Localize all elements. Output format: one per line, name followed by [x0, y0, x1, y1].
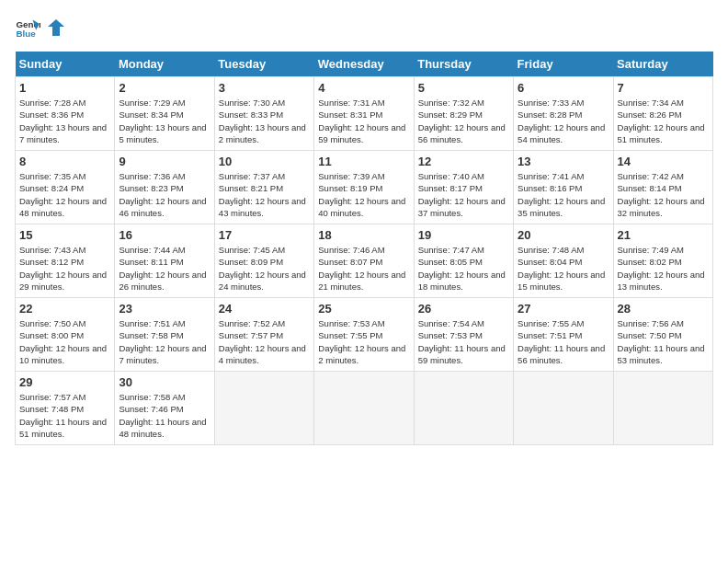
day-cell-6: 6Sunrise: 7:33 AM Sunset: 8:28 PM Daylig…: [514, 77, 613, 151]
day-info: Sunrise: 7:58 AM Sunset: 7:46 PM Dayligh…: [119, 391, 210, 440]
days-header-row: SundayMondayTuesdayWednesdayThursdayFrid…: [16, 52, 713, 77]
day-number: 10: [219, 155, 310, 168]
day-number: 15: [19, 228, 110, 242]
day-header-thursday: Thursday: [414, 52, 513, 77]
day-cell-25: 25Sunrise: 7:53 AM Sunset: 7:55 PM Dayli…: [314, 298, 414, 372]
day-cell-28: 28Sunrise: 7:56 AM Sunset: 7:50 PM Dayli…: [613, 298, 712, 372]
day-number: 7: [618, 81, 709, 95]
day-cell-4: 4Sunrise: 7:31 AM Sunset: 8:31 PM Daylig…: [314, 77, 414, 151]
day-cell-17: 17Sunrise: 7:45 AM Sunset: 8:09 PM Dayli…: [214, 224, 313, 298]
empty-cell: [414, 372, 513, 445]
day-info: Sunrise: 7:55 AM Sunset: 7:51 PM Dayligh…: [518, 317, 609, 366]
day-cell-10: 10Sunrise: 7:37 AM Sunset: 8:21 PM Dayli…: [214, 151, 313, 224]
day-header-saturday: Saturday: [613, 52, 712, 77]
week-row-1: 1Sunrise: 7:28 AM Sunset: 8:36 PM Daylig…: [16, 77, 713, 151]
day-cell-19: 19Sunrise: 7:47 AM Sunset: 8:05 PM Dayli…: [414, 224, 513, 298]
day-cell-11: 11Sunrise: 7:39 AM Sunset: 8:19 PM Dayli…: [314, 151, 414, 224]
day-info: Sunrise: 7:49 AM Sunset: 8:02 PM Dayligh…: [618, 244, 709, 293]
empty-cell: [613, 372, 712, 445]
day-number: 1: [19, 81, 110, 95]
empty-cell: [214, 372, 313, 445]
day-cell-29: 29Sunrise: 7:57 AM Sunset: 7:48 PM Dayli…: [16, 372, 115, 445]
day-cell-24: 24Sunrise: 7:52 AM Sunset: 7:57 PM Dayli…: [214, 298, 313, 372]
day-info: Sunrise: 7:30 AM Sunset: 8:33 PM Dayligh…: [219, 97, 310, 145]
day-cell-9: 9Sunrise: 7:36 AM Sunset: 8:23 PM Daylig…: [115, 151, 214, 224]
day-info: Sunrise: 7:32 AM Sunset: 8:29 PM Dayligh…: [418, 97, 509, 145]
day-header-tuesday: Tuesday: [214, 52, 313, 77]
day-cell-20: 20Sunrise: 7:48 AM Sunset: 8:04 PM Dayli…: [514, 224, 613, 298]
day-info: Sunrise: 7:47 AM Sunset: 8:05 PM Dayligh…: [418, 244, 509, 293]
day-number: 28: [618, 302, 709, 316]
day-info: Sunrise: 7:29 AM Sunset: 8:34 PM Dayligh…: [119, 97, 210, 145]
header: General Blue: [15, 15, 713, 40]
day-header-sunday: Sunday: [16, 52, 115, 77]
day-info: Sunrise: 7:40 AM Sunset: 8:17 PM Dayligh…: [418, 170, 509, 219]
calendar-table: SundayMondayTuesdayWednesdayThursdayFrid…: [15, 52, 713, 445]
day-number: 21: [618, 228, 709, 242]
day-info: Sunrise: 7:35 AM Sunset: 8:24 PM Dayligh…: [19, 170, 110, 219]
day-header-friday: Friday: [514, 52, 613, 77]
day-info: Sunrise: 7:43 AM Sunset: 8:12 PM Dayligh…: [19, 244, 110, 293]
day-number: 27: [518, 302, 609, 316]
day-number: 17: [219, 228, 310, 242]
logo: General Blue: [15, 15, 68, 40]
day-number: 6: [518, 81, 609, 95]
day-info: Sunrise: 7:51 AM Sunset: 7:58 PM Dayligh…: [119, 317, 210, 366]
day-number: 14: [618, 155, 709, 168]
day-info: Sunrise: 7:56 AM Sunset: 7:50 PM Dayligh…: [618, 317, 709, 366]
day-cell-23: 23Sunrise: 7:51 AM Sunset: 7:58 PM Dayli…: [115, 298, 214, 372]
day-info: Sunrise: 7:48 AM Sunset: 8:04 PM Dayligh…: [518, 244, 609, 293]
day-header-wednesday: Wednesday: [314, 52, 414, 77]
week-row-2: 8Sunrise: 7:35 AM Sunset: 8:24 PM Daylig…: [16, 151, 713, 224]
empty-cell: [514, 372, 613, 445]
day-cell-21: 21Sunrise: 7:49 AM Sunset: 8:02 PM Dayli…: [613, 224, 712, 298]
day-number: 13: [518, 155, 609, 168]
day-cell-30: 30Sunrise: 7:58 AM Sunset: 7:46 PM Dayli…: [115, 372, 214, 445]
day-number: 26: [418, 302, 509, 316]
day-number: 16: [119, 228, 210, 242]
day-info: Sunrise: 7:39 AM Sunset: 8:19 PM Dayligh…: [318, 170, 409, 219]
day-cell-1: 1Sunrise: 7:28 AM Sunset: 8:36 PM Daylig…: [16, 77, 115, 151]
day-cell-3: 3Sunrise: 7:30 AM Sunset: 8:33 PM Daylig…: [214, 77, 313, 151]
day-info: Sunrise: 7:37 AM Sunset: 8:21 PM Dayligh…: [219, 170, 310, 219]
day-cell-18: 18Sunrise: 7:46 AM Sunset: 8:07 PM Dayli…: [314, 224, 414, 298]
week-row-3: 15Sunrise: 7:43 AM Sunset: 8:12 PM Dayli…: [16, 224, 713, 298]
logo-wordmark: [44, 17, 68, 38]
day-info: Sunrise: 7:57 AM Sunset: 7:48 PM Dayligh…: [19, 391, 110, 440]
day-number: 12: [418, 155, 509, 168]
day-number: 3: [219, 81, 310, 95]
day-cell-27: 27Sunrise: 7:55 AM Sunset: 7:51 PM Dayli…: [514, 298, 613, 372]
day-info: Sunrise: 7:52 AM Sunset: 7:57 PM Dayligh…: [219, 317, 310, 366]
day-info: Sunrise: 7:45 AM Sunset: 8:09 PM Dayligh…: [219, 244, 310, 293]
day-info: Sunrise: 7:50 AM Sunset: 8:00 PM Dayligh…: [19, 317, 110, 366]
day-number: 18: [318, 228, 409, 242]
day-info: Sunrise: 7:33 AM Sunset: 8:28 PM Dayligh…: [518, 97, 609, 145]
day-number: 5: [418, 81, 509, 95]
day-number: 8: [19, 155, 110, 168]
day-info: Sunrise: 7:34 AM Sunset: 8:26 PM Dayligh…: [618, 97, 709, 145]
day-header-monday: Monday: [115, 52, 214, 77]
day-info: Sunrise: 7:31 AM Sunset: 8:31 PM Dayligh…: [318, 97, 409, 145]
day-cell-2: 2Sunrise: 7:29 AM Sunset: 8:34 PM Daylig…: [115, 77, 214, 151]
svg-text:Blue: Blue: [16, 29, 36, 39]
day-number: 25: [318, 302, 409, 316]
day-cell-8: 8Sunrise: 7:35 AM Sunset: 8:24 PM Daylig…: [16, 151, 115, 224]
day-number: 2: [119, 81, 210, 95]
day-number: 23: [119, 302, 210, 316]
day-number: 22: [19, 302, 110, 316]
day-info: Sunrise: 7:36 AM Sunset: 8:23 PM Dayligh…: [119, 170, 210, 219]
week-row-5: 29Sunrise: 7:57 AM Sunset: 7:48 PM Dayli…: [16, 372, 713, 445]
day-cell-16: 16Sunrise: 7:44 AM Sunset: 8:11 PM Dayli…: [115, 224, 214, 298]
day-number: 20: [518, 228, 609, 242]
day-number: 4: [318, 81, 409, 95]
empty-cell: [314, 372, 414, 445]
week-row-4: 22Sunrise: 7:50 AM Sunset: 8:00 PM Dayli…: [16, 298, 713, 372]
day-cell-7: 7Sunrise: 7:34 AM Sunset: 8:26 PM Daylig…: [613, 77, 712, 151]
day-info: Sunrise: 7:28 AM Sunset: 8:36 PM Dayligh…: [19, 97, 110, 145]
day-cell-15: 15Sunrise: 7:43 AM Sunset: 8:12 PM Dayli…: [16, 224, 115, 298]
day-info: Sunrise: 7:53 AM Sunset: 7:55 PM Dayligh…: [318, 317, 409, 366]
day-number: 24: [219, 302, 310, 316]
day-cell-22: 22Sunrise: 7:50 AM Sunset: 8:00 PM Dayli…: [16, 298, 115, 372]
day-number: 29: [19, 375, 110, 389]
day-info: Sunrise: 7:44 AM Sunset: 8:11 PM Dayligh…: [119, 244, 210, 293]
